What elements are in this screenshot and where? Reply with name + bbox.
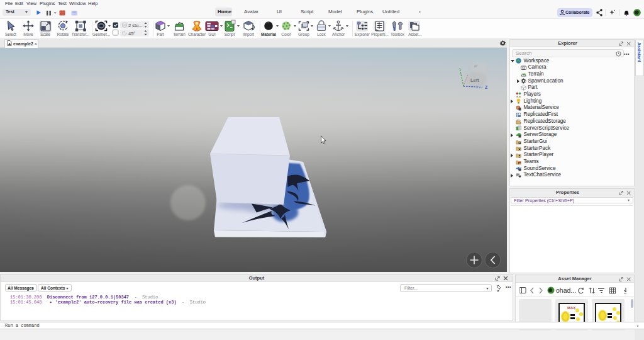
svg-text:Left: Left [470, 77, 479, 83]
svg-text:Z: Z [485, 85, 488, 89]
svg-text:MAX: MAX [567, 306, 575, 310]
svg-text:45°: 45° [128, 31, 135, 37]
svg-text:ohad...: ohad... [556, 286, 576, 294]
svg-text:///: /// [474, 64, 477, 68]
svg-text:2 stu...: 2 stu... [128, 23, 143, 28]
